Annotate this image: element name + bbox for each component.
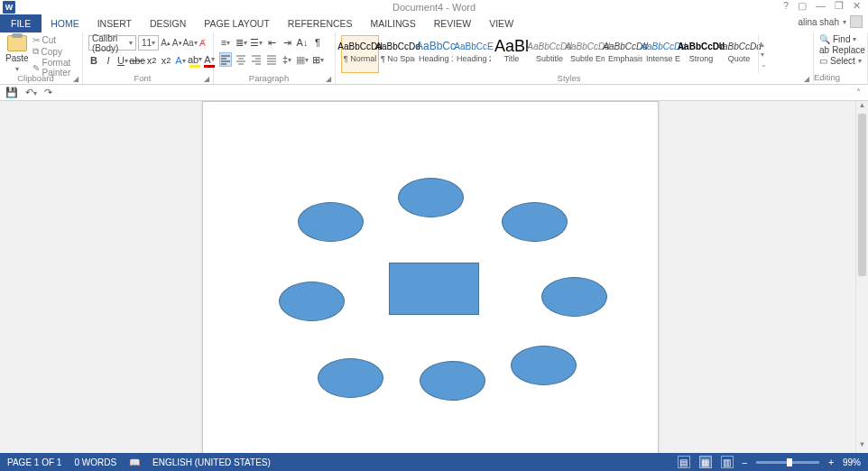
zoom-in-button[interactable]: + — [828, 457, 834, 467]
increase-indent-button[interactable]: ⇥ — [281, 35, 293, 50]
strike-button[interactable]: abc — [132, 53, 143, 68]
style-heading-1[interactable]: AaBbCcHeading 1 — [417, 35, 455, 73]
cut-button[interactable]: ✂Cut — [32, 35, 77, 45]
tab-home[interactable]: HOME — [42, 14, 88, 32]
paragraph-launcher-icon[interactable]: ◢ — [326, 75, 333, 82]
zoom-slider[interactable] — [756, 461, 819, 464]
decrease-indent-button[interactable]: ⇤ — [265, 35, 278, 50]
collapse-ribbon-icon[interactable]: ˄ — [856, 88, 861, 97]
spell-check-icon[interactable]: 📖 — [129, 457, 140, 467]
page[interactable] — [202, 101, 659, 453]
scroll-up-icon[interactable]: ▲ — [856, 101, 868, 114]
style-quote[interactable]: AaBbCcDdQuote — [720, 35, 758, 73]
clipboard-launcher-icon[interactable]: ◢ — [73, 75, 80, 82]
redo-button-qat[interactable]: ↷ — [44, 87, 52, 98]
brush-icon: ✎ — [32, 63, 40, 73]
copy-button[interactable]: ⧉Copy — [32, 46, 77, 57]
italic-button[interactable]: I — [103, 53, 114, 68]
highlight-button[interactable]: ab▾ — [189, 53, 200, 68]
style-subtle-em-[interactable]: AaBbCcDdSubtle Em... — [568, 35, 606, 73]
style-sample: AaBbCcDd — [722, 38, 756, 54]
shape-rectangle[interactable] — [389, 263, 479, 315]
superscript-button[interactable]: x2 — [161, 53, 171, 68]
numbering-button[interactable]: ≣▾ — [235, 35, 247, 50]
close-icon[interactable]: ✕ — [853, 0, 861, 12]
shape-ellipse-6[interactable] — [318, 358, 383, 398]
grow-font-button[interactable]: A▴ — [161, 35, 171, 51]
tab-page-layout[interactable]: PAGE LAYOUT — [195, 14, 279, 32]
zoom-out-button[interactable]: – — [743, 457, 748, 467]
scroll-thumb[interactable] — [858, 114, 866, 276]
zoom-level[interactable]: 99% — [843, 457, 861, 467]
style-intense-e-[interactable]: AaBbCcDdIntense E... — [644, 35, 682, 73]
subscript-button[interactable]: x2 — [146, 53, 157, 68]
text-effects-button[interactable]: A▾ — [175, 53, 186, 68]
tab-mailings[interactable]: MAILINGS — [362, 14, 425, 32]
save-button[interactable]: 💾 — [5, 87, 18, 98]
shape-ellipse-1[interactable] — [398, 178, 464, 217]
bold-button[interactable]: B — [88, 53, 99, 68]
clear-format-button[interactable]: A̸ — [199, 35, 208, 51]
tab-review[interactable]: REVIEW — [425, 14, 480, 32]
tab-file[interactable]: FILE — [0, 14, 42, 32]
show-marks-button[interactable]: ¶ — [311, 35, 324, 50]
justify-button[interactable] — [265, 52, 278, 67]
sort-button[interactable]: A↓ — [296, 35, 309, 50]
underline-button[interactable]: U▾ — [117, 53, 128, 68]
line-spacing-button[interactable]: ‡▾ — [281, 52, 293, 67]
shrink-font-button[interactable]: A▾ — [172, 35, 182, 51]
borders-button[interactable]: ⊞▾ — [311, 52, 324, 67]
shape-ellipse-8[interactable] — [511, 346, 577, 385]
tab-view[interactable]: VIEW — [480, 14, 522, 32]
shape-ellipse-2[interactable] — [298, 202, 364, 242]
replace-button[interactable]: abReplace — [819, 45, 862, 55]
user-account[interactable]: alina shah▾ — [798, 15, 863, 28]
tab-references[interactable]: REFERENCES — [279, 14, 362, 32]
style-sample: AaBbCcDd — [608, 38, 642, 54]
restore-icon[interactable]: ❐ — [835, 0, 844, 12]
font-name-select[interactable]: Calibri (Body)▾ — [88, 35, 136, 51]
find-button[interactable]: 🔍Find ▾ — [819, 34, 862, 44]
web-layout-button[interactable]: ▥ — [721, 456, 734, 468]
print-layout-button[interactable]: ▦ — [699, 456, 712, 468]
help-icon[interactable]: ? — [783, 0, 789, 12]
shape-ellipse-4[interactable] — [279, 282, 345, 321]
undo-button-qat[interactable]: ↶▾ — [25, 87, 37, 98]
style-heading-2[interactable]: AaBbCcEHeading 2 — [455, 35, 493, 73]
title-bar: W Document4 - Word ? ▢ — ❐ ✕ — [0, 0, 868, 14]
align-center-button[interactable] — [235, 52, 247, 67]
language[interactable]: ENGLISH (UNITED STATES) — [152, 457, 271, 467]
ribbon-display-icon[interactable]: ▢ — [798, 0, 807, 12]
style--normal[interactable]: AaBbCcDd¶ Normal — [341, 35, 379, 73]
read-mode-button[interactable]: ▤ — [678, 456, 690, 468]
shading-button[interactable]: ▦▾ — [296, 52, 309, 67]
font-launcher-icon[interactable]: ◢ — [204, 75, 211, 82]
shape-ellipse-3[interactable] — [502, 202, 568, 242]
style-emphasis[interactable]: AaBbCcDdEmphasis — [606, 35, 644, 73]
change-case-button[interactable]: Aa▾ — [184, 35, 197, 51]
style-title[interactable]: AaBlTitle — [493, 35, 531, 73]
tab-design[interactable]: DESIGN — [141, 14, 195, 32]
align-left-button[interactable] — [219, 52, 232, 67]
styles-launcher-icon[interactable]: ◢ — [804, 75, 811, 82]
style-strong[interactable]: AaBbCcDdStrong — [682, 35, 720, 73]
style--no-spac-[interactable]: AaBbCcDd¶ No Spac... — [379, 35, 417, 73]
style-name-label: ¶ Normal — [343, 54, 377, 63]
tab-insert[interactable]: INSERT — [88, 14, 141, 32]
paste-button[interactable]: Paste ▾ — [5, 35, 29, 73]
shape-ellipse-7[interactable] — [420, 361, 485, 401]
shape-ellipse-5[interactable] — [541, 277, 607, 317]
multilevel-button[interactable]: ☰▾ — [250, 35, 263, 50]
align-right-button[interactable] — [250, 52, 263, 67]
style-subtitle[interactable]: AaBbCcDdSubtitle — [531, 35, 568, 73]
styles-more-button[interactable]: ▴▾⌄ — [758, 35, 771, 73]
word-count[interactable]: 0 WORDS — [74, 457, 116, 467]
bullets-button[interactable]: ≡▾ — [219, 35, 232, 50]
font-size-select[interactable]: 11▾ — [138, 35, 159, 51]
vertical-scrollbar[interactable]: ▲ ▼ — [855, 101, 868, 453]
page-count[interactable]: PAGE 1 OF 1 — [7, 457, 61, 467]
zoom-slider-thumb[interactable] — [787, 458, 792, 466]
select-button[interactable]: ▭Select ▾ — [819, 56, 862, 66]
minimize-icon[interactable]: — — [816, 0, 826, 12]
scroll-down-icon[interactable]: ▼ — [856, 440, 868, 453]
